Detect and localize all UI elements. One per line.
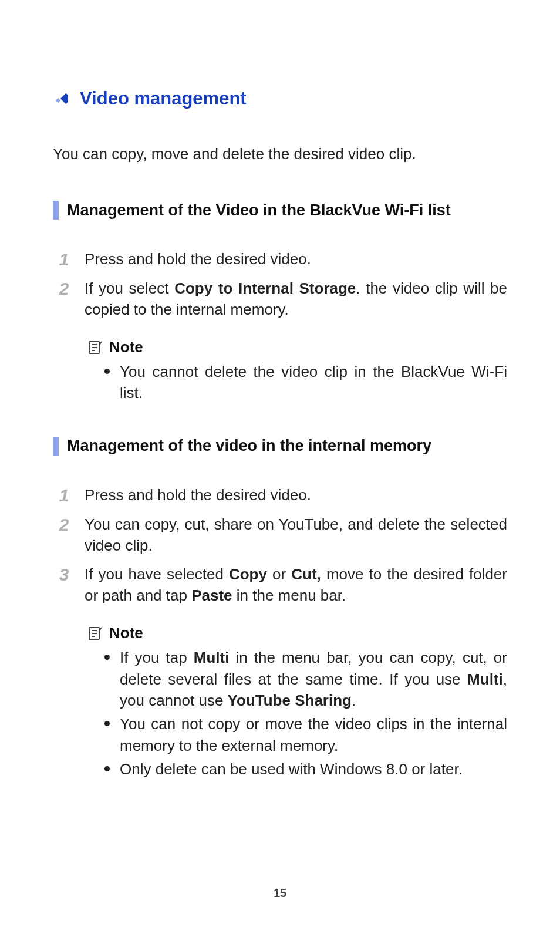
svg-rect-0	[60, 93, 68, 104]
step-text: If you select Copy to Internal Storage. …	[85, 278, 507, 321]
subsection-bar-icon	[53, 437, 59, 456]
bold-fragment: YouTube Sharing	[228, 692, 352, 709]
section-heading: Video management	[80, 88, 247, 109]
note-heading-row: Note	[88, 624, 507, 642]
note-block: Note You cannot delete the video clip in…	[88, 338, 507, 404]
step-text: If you have selected Copy or Cut, move t…	[85, 564, 507, 606]
bold-fragment: Multi	[467, 670, 503, 688]
step-number: 2	[56, 278, 72, 299]
note-heading-row: Note	[88, 338, 507, 356]
text-fragment: in the menu bar.	[232, 586, 346, 604]
text-fragment: If you tap	[120, 649, 194, 666]
note-item: You can not copy or move the video clips…	[104, 713, 507, 756]
step-text: Press and hold the desired video.	[85, 485, 507, 506]
subsection-heading: Management of the Video in the BlackVue …	[67, 201, 451, 220]
step-item: 2 If you select Copy to Internal Storage…	[56, 278, 507, 321]
step-item: 3 If you have selected Copy or Cut, move…	[56, 564, 507, 606]
text-fragment: If you select	[85, 279, 174, 297]
note-icon	[88, 340, 103, 355]
bold-fragment: Copy to Internal Storage	[174, 279, 356, 297]
document-page: Video management You can copy, move and …	[0, 0, 560, 934]
note-item: You cannot delete the video clip in the …	[104, 361, 507, 404]
steps-list: 1 Press and hold the desired video. 2 If…	[56, 249, 507, 403]
bold-fragment: Paste	[191, 586, 232, 604]
subsection-heading-row: Management of the video in the internal …	[53, 437, 507, 456]
diamond-icon	[53, 91, 68, 106]
step-item: 1 Press and hold the desired video.	[56, 485, 507, 506]
subsection-heading: Management of the video in the internal …	[67, 437, 431, 455]
step-number: 3	[56, 564, 72, 585]
bold-fragment: Cut,	[291, 565, 321, 583]
bold-fragment: Multi	[194, 649, 230, 666]
section-heading-row: Video management	[53, 88, 507, 109]
subsection-heading-row: Management of the Video in the BlackVue …	[53, 201, 507, 220]
note-label: Note	[109, 624, 143, 642]
note-item: If you tap Multi in the menu bar, you ca…	[104, 647, 507, 711]
text-fragment: .	[352, 692, 356, 709]
step-text: Press and hold the desired video.	[85, 249, 507, 270]
svg-rect-1	[56, 98, 60, 103]
note-icon	[88, 626, 103, 641]
step-text: You can copy, cut, share on YouTube, and…	[85, 514, 507, 557]
note-list: If you tap Multi in the menu bar, you ca…	[88, 647, 507, 780]
note-item: Only delete can be used with Windows 8.0…	[104, 758, 507, 780]
subsection-bar-icon	[53, 201, 59, 220]
text-fragment: If you have selected	[85, 565, 229, 583]
note-block: Note If you tap Multi in the menu bar, y…	[88, 624, 507, 780]
bold-fragment: Copy	[229, 565, 267, 583]
note-list: You cannot delete the video clip in the …	[88, 361, 507, 404]
step-number: 1	[56, 249, 72, 270]
intro-paragraph: You can copy, move and delete the desire…	[53, 143, 507, 164]
page-number: 15	[0, 886, 560, 900]
step-number: 1	[56, 485, 72, 506]
step-item: 2 You can copy, cut, share on YouTube, a…	[56, 514, 507, 557]
note-label: Note	[109, 338, 143, 356]
steps-list: 1 Press and hold the desired video. 2 Yo…	[56, 485, 507, 780]
text-fragment: or	[267, 565, 291, 583]
step-number: 2	[56, 514, 72, 535]
step-item: 1 Press and hold the desired video.	[56, 249, 507, 270]
